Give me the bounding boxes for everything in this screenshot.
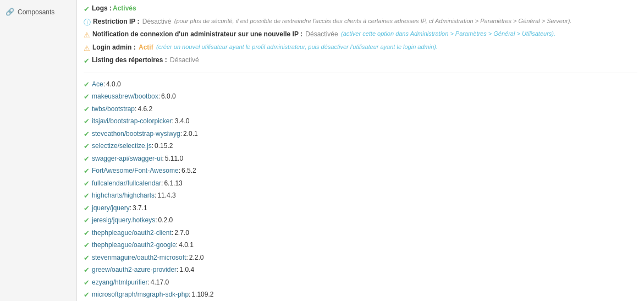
check-icon-component: ✔ (84, 253, 90, 264)
check-icon-component: ✔ (84, 240, 90, 251)
check-icon-component: ✔ (84, 79, 90, 90)
component-separator: : (177, 265, 178, 275)
component-name: makeusabrew/bootbox (92, 91, 158, 101)
component-name: fullcalendar/fullcalendar (92, 178, 161, 188)
check-icon-logs: ✔ (84, 4, 90, 15)
component-version: 4.17.0 (151, 277, 169, 287)
component-line: ✔selectize/selectize.js : 0.15.2 (84, 140, 637, 152)
main-container: 🔗 Composants ✔ Logs : Activés ⓘ Restrict… (0, 0, 644, 301)
check-icon-component: ✔ (84, 265, 90, 276)
component-name: itsjavi/bootstrap-colorpicker (92, 116, 172, 126)
component-name: stevenmaguire/oauth2-microsoft (92, 253, 186, 262)
composants-icon: 🔗 (5, 8, 14, 16)
component-version: 6.1.13 (164, 178, 182, 188)
status-line-listing: ✔ Listing des répertoires : Désactivé (84, 55, 637, 67)
info-icon-restriction: ⓘ (84, 17, 91, 28)
component-name: greew/oauth2-azure-provider (92, 265, 177, 275)
component-version: 0.15.2 (155, 141, 173, 151)
component-line: ✔twbs/bootstrap : 4.6.2 (84, 103, 637, 115)
component-line: ✔thephpleague/oauth2-client : 2.7.0 (84, 227, 637, 239)
component-name: ezyang/htmlpurifier (92, 277, 147, 287)
component-name: microsoftgraph/msgraph-sdk-php (92, 289, 189, 299)
component-line: ✔fullcalendar/fullcalendar : 6.1.13 (84, 178, 637, 189)
component-version: 2.7.0 (174, 228, 189, 238)
component-version: 6.0.0 (161, 91, 176, 101)
component-version: 4.6.2 (137, 104, 152, 114)
login-admin-value: Actif (139, 42, 153, 52)
logs-value: Activés (113, 3, 136, 13)
component-name: Ace (92, 79, 103, 89)
check-icon-component: ✔ (84, 91, 90, 102)
component-name: steveathon/bootstrap-wysiwyg (92, 129, 180, 139)
notification-label: Notification de connexion d'un administr… (92, 29, 302, 39)
component-separator: : (180, 129, 182, 139)
check-icon-component: ✔ (84, 116, 90, 127)
component-version: 11.4.3 (157, 190, 175, 200)
component-separator: : (155, 190, 156, 200)
login-admin-label: Login admin : (92, 42, 136, 52)
component-version: 2.0.1 (183, 129, 198, 139)
notification-link[interactable]: (activer cette option dans Administratio… (341, 30, 555, 37)
check-icon-component: ✔ (84, 289, 90, 300)
notification-note: (activer cette option dans Administratio… (341, 29, 555, 39)
component-line: ✔FortAwesome/Font-Awesome : 6.5.2 (84, 165, 637, 177)
logs-label: Logs : (92, 3, 112, 13)
component-line: ✔swagger-api/swagger-ui : 5.11.0 (84, 153, 637, 165)
component-separator: : (179, 166, 180, 176)
component-line: ✔jquery/jquery : 3.7.1 (84, 203, 637, 214)
status-line-notification: ⚠ Notification de connexion d'un adminis… (84, 29, 637, 41)
component-version: 3.4.0 (175, 116, 190, 126)
restriction-ip-note: (pour plus de sécurité, il est possible … (174, 17, 572, 26)
component-line: ✔makeusabrew/bootbox : 6.0.0 (84, 91, 637, 102)
sidebar-item-composants[interactable]: 🔗 Composants (0, 4, 76, 19)
component-separator: : (155, 215, 157, 225)
listing-label: Listing des répertoires : (92, 55, 167, 65)
component-separator: : (172, 228, 173, 238)
component-version: 4.0.1 (179, 240, 194, 250)
component-name: jquery/jquery (92, 203, 130, 213)
login-admin-note: (créer un nouvel utilisateur ayant le pr… (156, 42, 438, 52)
component-separator: : (135, 104, 136, 114)
component-line: ✔greew/oauth2-azure-provider : 1.0.4 (84, 264, 637, 276)
component-separator: : (172, 116, 173, 126)
check-icon-component: ✔ (84, 141, 90, 152)
component-separator: : (130, 203, 131, 213)
component-separator: : (162, 154, 163, 163)
component-version: 4.0.0 (106, 79, 121, 89)
component-name: swagger-api/swagger-ui (92, 154, 162, 163)
component-separator: : (103, 79, 105, 89)
status-line-login-admin: ⚠ Login admin : Actif (créer un nouvel u… (84, 42, 637, 54)
restriction-ip-label: Restriction IP : (93, 17, 139, 26)
component-version: 0.2.0 (158, 215, 173, 225)
sidebar-item-label: Composants (18, 8, 54, 16)
component-version: 1.0.4 (179, 265, 194, 275)
check-icon-component: ✔ (84, 203, 90, 214)
component-line: ✔Ace : 4.0.0 (84, 79, 637, 90)
login-admin-link[interactable]: (créer un nouvel utilisateur ayant le pr… (156, 43, 438, 50)
component-separator: : (147, 277, 149, 287)
check-icon-component: ✔ (84, 190, 90, 201)
component-version: 5.11.0 (165, 154, 183, 163)
component-line: ✔highcharts/highcharts : 11.4.3 (84, 190, 637, 201)
check-icon-component: ✔ (84, 154, 90, 165)
status-line-logs: ✔ Logs : Activés (84, 3, 637, 15)
check-icon-component: ✔ (84, 104, 90, 115)
component-version: 1.109.2 (191, 289, 213, 299)
component-name: FortAwesome/Font-Awesome (92, 166, 179, 176)
warn-icon-notification: ⚠ (84, 30, 90, 41)
component-name: jeresig/jquery.hotkeys (92, 215, 155, 225)
notification-value: Désactivée (305, 29, 338, 39)
check-icon-component: ✔ (84, 166, 90, 177)
listing-value: Désactivé (170, 55, 199, 65)
component-name: thephpleague/oauth2-google (92, 240, 176, 250)
status-line-restriction-ip: ⓘ Restriction IP : Désactivé (pour plus … (84, 17, 637, 28)
component-line: ✔itsjavi/bootstrap-colorpicker : 3.4.0 (84, 116, 637, 127)
status-section: ✔ Logs : Activés ⓘ Restriction IP : Désa… (84, 3, 637, 73)
component-separator: : (152, 141, 153, 151)
check-icon-component: ✔ (84, 129, 90, 140)
warn-icon-login: ⚠ (84, 43, 90, 54)
component-name: thephpleague/oauth2-client (92, 228, 172, 238)
component-name: selectize/selectize.js (92, 141, 152, 151)
check-icon-listing: ✔ (84, 56, 90, 67)
component-separator: : (186, 253, 188, 262)
